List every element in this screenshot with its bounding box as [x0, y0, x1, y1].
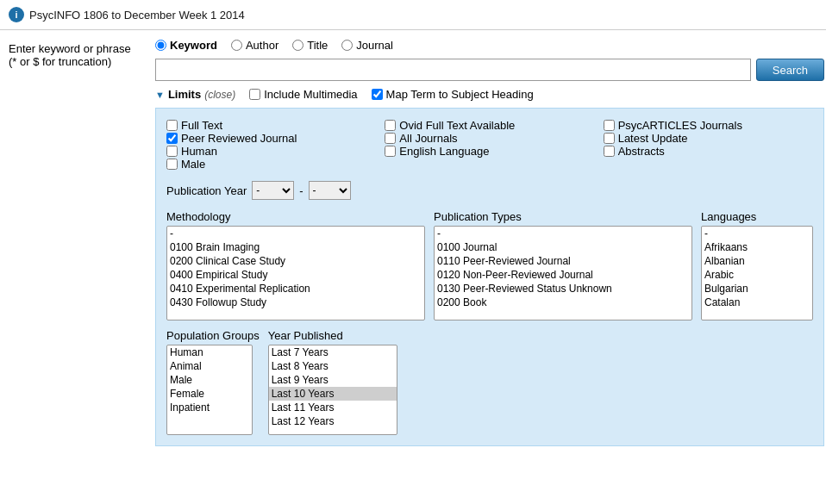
pub-types-label: Publication Types: [434, 210, 692, 223]
population-groups-select[interactable]: HumanAnimalMaleFemaleInpatient: [166, 345, 253, 435]
psycarticles-checkbox[interactable]: [604, 120, 615, 131]
radio-author-option[interactable]: Author: [231, 39, 278, 52]
limits-row: ▼ Limits (close) Include Multimedia Map …: [155, 88, 824, 101]
human-label[interactable]: Human: [181, 145, 217, 158]
radio-journal-input[interactable]: [341, 40, 353, 51]
peer-reviewed-item: Peer Reviewed Journal: [166, 132, 376, 145]
pub-year-row: Publication Year - 2014 2013 2012 2011 2…: [166, 181, 813, 200]
latest-update-item: Latest Update: [604, 132, 813, 145]
languages-label: Languages: [701, 210, 813, 223]
methodology-select[interactable]: -0100 Brain Imaging0200 Clinical Case St…: [166, 226, 425, 320]
search-row: Search: [155, 59, 824, 81]
search-type-row: Keyword Author Title Journal: [155, 39, 824, 52]
search-button[interactable]: Search: [756, 59, 824, 81]
instruction-line1: Enter keyword or phrase: [9, 42, 155, 55]
human-item: Human: [166, 145, 376, 158]
abstracts-checkbox[interactable]: [604, 146, 615, 157]
ovid-full-text-item: Ovid Full Text Available: [385, 119, 594, 132]
header-bar: i PsycINFO 1806 to December Week 1 2014: [0, 0, 826, 30]
include-multimedia-label[interactable]: Include Multimedia: [264, 88, 357, 101]
year-published-select[interactable]: Last 7 YearsLast 8 YearsLast 9 YearsLast…: [268, 345, 397, 435]
human-checkbox[interactable]: [166, 146, 178, 157]
year-dash: -: [299, 184, 303, 197]
radio-keyword-option[interactable]: Keyword: [155, 39, 217, 52]
limits-close-label[interactable]: (close): [204, 89, 235, 101]
full-text-checkbox[interactable]: [166, 120, 178, 131]
instruction-line2: (* or $ for truncation): [9, 55, 155, 68]
limits-arrow-icon: ▼: [155, 90, 165, 100]
peer-reviewed-label[interactable]: Peer Reviewed Journal: [181, 132, 297, 145]
ovid-full-text-checkbox[interactable]: [385, 120, 396, 131]
limits-toggle[interactable]: ▼ Limits (close): [155, 88, 235, 101]
male-item: Male: [166, 158, 376, 171]
abstracts-label[interactable]: Abstracts: [618, 145, 665, 158]
radio-journal-option[interactable]: Journal: [341, 39, 393, 52]
methodology-group: Methodology -0100 Brain Imaging0200 Clin…: [166, 210, 425, 320]
population-groups-group: Population Groups HumanAnimalMaleFemaleI…: [166, 329, 260, 435]
include-multimedia-checkbox[interactable]: [249, 89, 260, 100]
map-term-group: Map Term to Subject Heading: [372, 88, 534, 101]
full-text-item: Full Text: [166, 119, 376, 132]
ovid-full-text-label[interactable]: Ovid Full Text Available: [399, 119, 515, 132]
all-journals-label[interactable]: All Journals: [399, 132, 457, 145]
pub-types-group: Publication Types -0100 Journal0110 Peer…: [434, 210, 692, 320]
abstracts-item: Abstracts: [604, 145, 813, 158]
languages-select[interactable]: -AfrikaansAlbanianArabicBulgarianCatalan: [701, 226, 813, 320]
peer-reviewed-checkbox[interactable]: [166, 133, 178, 144]
radio-keyword-input[interactable]: [155, 40, 166, 51]
col3-checkboxes: PsycARTICLES Journals Latest Update Abst…: [604, 119, 813, 171]
methodology-label: Methodology: [166, 210, 425, 223]
pub-year-from-select[interactable]: - 2014 2013 2012 2011 2010: [252, 181, 294, 200]
languages-group: Languages -AfrikaansAlbanianArabicBulgar…: [701, 210, 813, 320]
radio-title-option[interactable]: Title: [292, 39, 328, 52]
pub-year-label: Publication Year: [166, 184, 247, 197]
main-content: Enter keyword or phrase (* or $ for trun…: [0, 30, 826, 455]
left-instructions: Enter keyword or phrase (* or $ for trun…: [9, 39, 155, 446]
include-multimedia-group: Include Multimedia: [249, 88, 357, 101]
map-term-label[interactable]: Map Term to Subject Heading: [386, 88, 534, 101]
database-title: PsycINFO 1806 to December Week 1 2014: [29, 9, 245, 22]
map-term-checkbox[interactable]: [372, 89, 383, 100]
search-input[interactable]: [155, 59, 751, 81]
checkboxes-grid: Full Text Peer Reviewed Journal Human Ma…: [166, 119, 813, 171]
col2-checkboxes: Ovid Full Text Available All Journals En…: [385, 119, 594, 171]
bottom-lists-row: Population Groups HumanAnimalMaleFemaleI…: [166, 329, 813, 435]
all-journals-item: All Journals: [385, 132, 594, 145]
english-language-item: English Language: [385, 145, 594, 158]
pub-types-select[interactable]: -0100 Journal0110 Peer-Reviewed Journal0…: [434, 226, 692, 320]
latest-update-checkbox[interactable]: [604, 133, 615, 144]
all-journals-checkbox[interactable]: [385, 133, 396, 144]
radio-journal-label[interactable]: Journal: [356, 39, 393, 52]
radio-keyword-label[interactable]: Keyword: [170, 39, 217, 52]
year-published-label: Year Published: [268, 329, 397, 342]
full-text-label[interactable]: Full Text: [181, 119, 222, 132]
limits-panel: Full Text Peer Reviewed Journal Human Ma…: [155, 108, 824, 446]
population-groups-label: Population Groups: [166, 329, 260, 342]
limits-label: Limits: [168, 88, 201, 101]
english-language-checkbox[interactable]: [385, 146, 396, 157]
male-label[interactable]: Male: [181, 158, 205, 171]
latest-update-label[interactable]: Latest Update: [618, 132, 688, 145]
radio-title-input[interactable]: [292, 40, 303, 51]
psycarticles-item: PsycARTICLES Journals: [604, 119, 813, 132]
year-published-group: Year Published Last 7 YearsLast 8 YearsL…: [268, 329, 397, 435]
english-language-label[interactable]: English Language: [399, 145, 489, 158]
lists-row: Methodology -0100 Brain Imaging0200 Clin…: [166, 210, 813, 320]
radio-title-label[interactable]: Title: [307, 39, 328, 52]
col1-checkboxes: Full Text Peer Reviewed Journal Human Ma…: [166, 119, 376, 171]
pub-year-to-select[interactable]: - 2014 2013 2012 2011 2010: [309, 181, 351, 200]
right-panel: Keyword Author Title Journal Search ▼: [155, 39, 824, 446]
info-icon: i: [9, 7, 24, 22]
psycarticles-label[interactable]: PsycARTICLES Journals: [618, 119, 742, 132]
radio-author-label[interactable]: Author: [246, 39, 278, 52]
male-checkbox[interactable]: [166, 159, 178, 170]
radio-author-input[interactable]: [231, 40, 242, 51]
